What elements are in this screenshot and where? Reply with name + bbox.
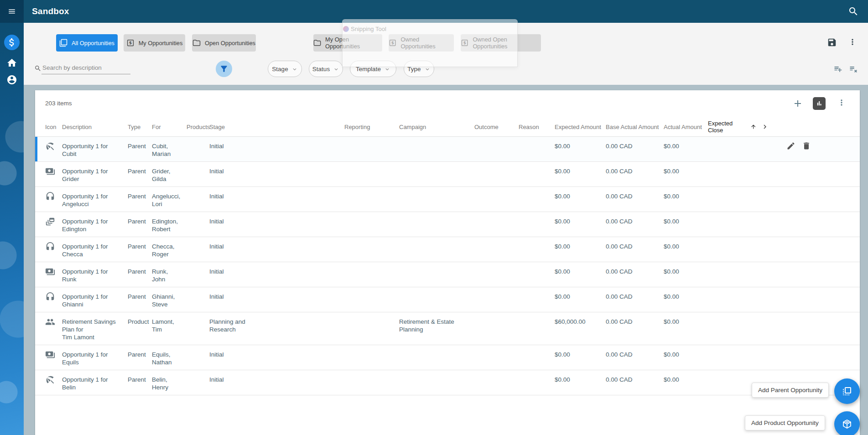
- cell-reporting: [344, 191, 399, 192]
- table-row[interactable]: Opportunity 1 for CheccaParentChecca, Ro…: [35, 237, 860, 262]
- column-header-type[interactable]: Type: [128, 124, 152, 130]
- cell-campaign: [399, 166, 474, 167]
- add-product-opportunity-tooltip: Add Product Opportunity: [745, 415, 825, 430]
- column-header-campaign[interactable]: Campaign: [399, 124, 474, 130]
- cell-type: Parent: [128, 140, 152, 150]
- table-row[interactable]: Opportunity 1 for BelinParentBelin, Henr…: [35, 370, 860, 395]
- column-header-reason[interactable]: Reason: [519, 124, 555, 130]
- tab-my-open-opportunities[interactable]: My Open Opportunities: [313, 34, 382, 52]
- column-label: Stage: [209, 124, 225, 130]
- cell-description: Opportunity 1 for Runk: [62, 266, 128, 283]
- sidebar-item-profile[interactable]: [4, 72, 20, 88]
- filter-chip-status[interactable]: Status: [309, 61, 343, 77]
- tab-owned-opportunities[interactable]: $Owned Opportunities: [389, 34, 454, 52]
- filter-chip-type[interactable]: Type: [404, 61, 434, 77]
- search-icon[interactable]: [848, 6, 859, 17]
- column-header-description[interactable]: Description: [62, 124, 128, 130]
- cell-outcome: [474, 349, 519, 351]
- playlist-remove-icon[interactable]: [849, 64, 858, 73]
- headset-icon: [45, 292, 55, 302]
- column-header-expected-amount[interactable]: Expected Amount: [555, 124, 606, 130]
- table-row[interactable]: Opportunity 1 for CubitParentCubit, Mari…: [35, 137, 860, 162]
- cell-expected-amount: $0.00: [555, 166, 606, 175]
- cell-actual-amount: $0.00: [664, 266, 708, 275]
- column-header-products[interactable]: Products: [187, 124, 209, 130]
- table-row[interactable]: Retirement Savings Plan for Tim LamontPr…: [35, 312, 860, 345]
- scroll-columns-right-button[interactable]: [761, 123, 850, 131]
- cell-base-actual-amount: 0.00 CAD: [606, 140, 664, 150]
- cell-outcome: [474, 266, 519, 268]
- tab-owned-open-opportunities[interactable]: $Owned Open Opportunities: [461, 34, 541, 52]
- column-header-base-actual-amount[interactable]: Base Actual Amount: [606, 124, 664, 130]
- edit-icon[interactable]: [786, 141, 795, 150]
- column-header-stage[interactable]: Stage: [209, 124, 344, 130]
- table-row[interactable]: Opportunity 1 for AngelucciParentAngeluc…: [35, 187, 860, 212]
- playlist-add-icon[interactable]: [833, 64, 842, 73]
- cell-base-actual-amount: 0.00 CAD: [606, 316, 664, 326]
- sidebar-item-opportunities[interactable]: [4, 35, 20, 50]
- chip-label: Type: [407, 66, 421, 72]
- cell-reporting: [344, 316, 399, 318]
- column-header-expected-close[interactable]: Expected Close: [708, 120, 761, 134]
- cell-reporting: [344, 241, 399, 243]
- column-header-outcome[interactable]: Outcome: [474, 124, 519, 130]
- cell-expected-amount: $0.00: [555, 374, 606, 383]
- more-options-icon[interactable]: [848, 37, 857, 47]
- sidebar: [0, 0, 24, 435]
- menu-icon[interactable]: [6, 7, 17, 16]
- list-more-options-icon[interactable]: [837, 98, 846, 107]
- save-icon[interactable]: [827, 37, 837, 47]
- dollar-icon: [6, 37, 17, 48]
- column-header-reporting[interactable]: Reporting: [344, 124, 399, 130]
- cell-campaign: [399, 140, 474, 142]
- tab-open-opportunities[interactable]: Open Opportunities: [192, 34, 256, 52]
- tab-all-opportunities[interactable]: All Opportunities: [56, 34, 118, 52]
- cell-reason: [519, 140, 555, 142]
- column-header-icon[interactable]: Icon: [45, 124, 62, 130]
- chev-down-icon: [424, 66, 431, 72]
- cell-description: Opportunity 1 for Ghianni: [62, 291, 128, 308]
- cell-icon: [45, 374, 62, 387]
- filter-chip-template[interactable]: Template: [350, 61, 396, 77]
- delete-icon[interactable]: [802, 141, 811, 150]
- cell-for: Runk, John: [152, 266, 187, 283]
- table-row[interactable]: Opportunity 1 for GriderParentGrider, Gi…: [35, 162, 860, 187]
- filter-chip-stage[interactable]: Stage: [268, 61, 302, 77]
- filter-button[interactable]: [216, 61, 232, 77]
- add-product-opportunity-fab[interactable]: [834, 411, 860, 435]
- table-row[interactable]: Opportunity 1 for GhianniParentGhianni, …: [35, 287, 860, 312]
- cell-base-actual-amount: 0.00 CAD: [606, 349, 664, 358]
- table-row[interactable]: Opportunity 1 for EdingtonParentEdington…: [35, 212, 860, 237]
- table-body: Opportunity 1 for CubitParentCubit, Mari…: [35, 137, 860, 395]
- table-row[interactable]: Opportunity 1 for RunkParentRunk, JohnIn…: [35, 262, 860, 287]
- cell-campaign: [399, 241, 474, 243]
- cell-base-actual-amount: 0.00 CAD: [606, 266, 664, 275]
- cell-icon: [45, 266, 62, 279]
- headset-icon: [45, 192, 55, 202]
- cell-description: Opportunity 1 for Checca: [62, 241, 128, 258]
- column-header-actual-amount[interactable]: Actual Amount: [664, 124, 708, 130]
- row-actions: [761, 316, 850, 317]
- payments-icon: [45, 267, 55, 277]
- chev-down-icon: [333, 66, 339, 72]
- column-header-for[interactable]: For: [152, 124, 187, 130]
- sidebar-item-home[interactable]: [4, 55, 20, 71]
- svg-text:$: $: [129, 41, 131, 45]
- chart-view-button[interactable]: [813, 97, 826, 110]
- table-row[interactable]: Opportunity 1 for EquilsParentEquils, Na…: [35, 345, 860, 370]
- search-input[interactable]: [42, 63, 130, 74]
- cell-description: Opportunity 1 for Grider: [62, 166, 128, 183]
- add-parent-opportunity-fab[interactable]: [834, 378, 860, 404]
- cell-icon: [45, 349, 62, 362]
- cell-stage: Initial: [209, 374, 344, 383]
- cell-for: Ghianni, Steve: [152, 291, 187, 308]
- filter-funnel-icon: [219, 64, 229, 73]
- umbrella-icon: [45, 141, 55, 151]
- add-icon[interactable]: [792, 98, 803, 109]
- cell-type: Parent: [128, 374, 152, 383]
- cell-stage: Initial: [209, 216, 344, 225]
- cell-products: [187, 166, 209, 167]
- tab-my-opportunities[interactable]: $My Opportunities: [124, 34, 185, 52]
- cell-products: [187, 191, 209, 192]
- row-actions: [761, 291, 850, 292]
